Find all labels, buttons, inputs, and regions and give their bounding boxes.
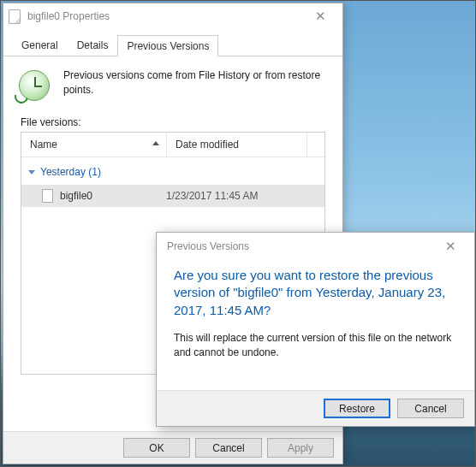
apply-button[interactable]: Apply [267, 438, 334, 458]
chevron-down-icon [28, 170, 35, 174]
history-clock-icon [19, 70, 50, 101]
confirm-title: Previous Versions [167, 240, 433, 252]
tab-details[interactable]: Details [68, 34, 118, 56]
file-icon [42, 189, 53, 203]
confirm-titlebar: Previous Versions ✕ [157, 233, 474, 260]
ok-button[interactable]: OK [123, 438, 190, 458]
intro-row: Previous versions come from File History… [15, 68, 330, 101]
cancel-button[interactable]: Cancel [397, 399, 464, 418]
restore-button[interactable]: Restore [324, 399, 390, 418]
tab-general[interactable]: General [12, 34, 68, 56]
file-icon [9, 9, 21, 24]
confirm-main-text: Are you sure you want to restore the pre… [174, 267, 457, 319]
list-header: Name Date modified [21, 133, 324, 157]
titlebar: bigfile0 Properties ✕ [3, 3, 342, 29]
confirm-dialog: Previous Versions ✕ Are you sure you wan… [156, 232, 475, 427]
intro-text: Previous versions come from File History… [63, 68, 330, 98]
close-icon[interactable]: ✕ [433, 239, 467, 254]
dialog-footer: OK Cancel Apply [3, 431, 342, 464]
column-spacer [307, 133, 324, 157]
version-name: bigfile0 [60, 190, 166, 202]
group-yesterday[interactable]: Yesterday (1) [21, 157, 324, 185]
version-row[interactable]: bigfile0 1/23/2017 11:45 AM [21, 185, 324, 207]
file-versions-label: File versions: [21, 116, 330, 128]
column-name[interactable]: Name [21, 133, 167, 157]
tab-previous-versions[interactable]: Previous Versions [117, 35, 218, 56]
confirm-sub-text: This will replace the current version of… [174, 331, 457, 360]
tabs: General Details Previous Versions [3, 29, 342, 56]
column-name-label: Name [30, 139, 57, 151]
cancel-button[interactable]: Cancel [195, 438, 262, 458]
window-title: bigfile0 Properties [27, 10, 303, 22]
confirm-body: Are you sure you want to restore the pre… [157, 260, 474, 359]
column-date[interactable]: Date modified [167, 133, 307, 157]
group-label: Yesterday (1) [40, 166, 101, 178]
confirm-footer: Restore Cancel [157, 390, 474, 426]
version-date: 1/23/2017 11:45 AM [166, 190, 258, 202]
sort-ascending-icon [152, 141, 159, 145]
close-icon[interactable]: ✕ [303, 9, 337, 24]
